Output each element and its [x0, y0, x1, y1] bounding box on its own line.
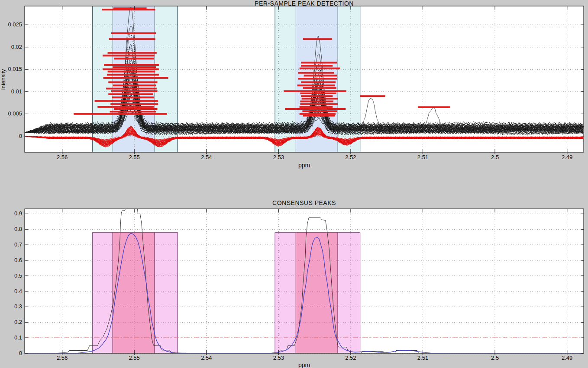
x-tick-label: 2.52 — [339, 355, 362, 361]
y-tick-label: 0.015 — [2, 66, 22, 72]
x-tick-label: 2.55 — [123, 355, 146, 361]
x-tick-label: 2.51 — [411, 154, 435, 160]
y-tick-label: 0.6 — [2, 257, 22, 263]
x-tick-label: 2.53 — [267, 355, 290, 361]
y-tick-label: 0.005 — [2, 110, 22, 117]
x-tick-label: 2.49 — [556, 355, 579, 361]
per-sample-plot-xlabel: ppm — [25, 162, 584, 169]
x-tick-label: 2.54 — [195, 154, 218, 160]
x-tick-label: 2.51 — [411, 355, 435, 361]
consensus-plot-area — [25, 209, 584, 353]
matlab-figure: PER-SAMPLE PEAK DETECTION intensity ppm … — [0, 0, 588, 368]
y-tick-label: 0.1 — [2, 334, 22, 341]
x-tick-label: 2.55 — [123, 154, 146, 160]
x-tick-label: 2.56 — [51, 154, 74, 160]
y-tick-label: 0 — [2, 133, 22, 139]
y-tick-label: 0.4 — [2, 288, 22, 294]
y-tick-label: 0.3 — [2, 303, 22, 310]
y-tick-label: 0.5 — [2, 272, 22, 279]
x-tick-label: 2.54 — [195, 355, 218, 361]
consensus-plot-title: CONSENSUS PEAKS — [25, 199, 584, 206]
x-tick-label: 2.53 — [267, 154, 290, 160]
y-tick-label: 0.01 — [2, 88, 22, 95]
y-tick-label: 0.7 — [2, 241, 22, 248]
y-tick-label: 0.025 — [2, 21, 22, 28]
per-sample-plot-ylabel: intensity — [0, 56, 6, 103]
y-tick-label: 0 — [2, 350, 22, 356]
per-sample-plot-area — [25, 6, 584, 152]
x-tick-label: 2.56 — [51, 355, 74, 361]
consensus-plot-xlabel: ppm — [25, 362, 584, 368]
y-tick-label: 0.02 — [2, 44, 22, 50]
y-tick-label: 0.8 — [2, 226, 22, 232]
x-tick-label: 2.5 — [483, 355, 507, 361]
x-tick-label: 2.49 — [556, 154, 579, 160]
y-tick-label: 0.9 — [2, 210, 22, 217]
y-tick-label: 0.2 — [2, 319, 22, 325]
x-tick-label: 2.5 — [483, 154, 507, 160]
x-tick-label: 2.52 — [339, 154, 362, 160]
